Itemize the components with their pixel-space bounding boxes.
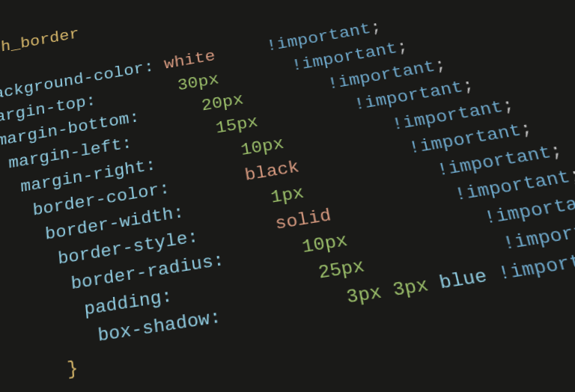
value: 1px: [270, 183, 305, 208]
value: 25px: [317, 257, 366, 284]
value: 15px: [215, 113, 260, 138]
value: 20px: [201, 91, 245, 115]
value: 30px: [177, 71, 220, 96]
value: 10px: [240, 134, 285, 159]
value-extra: blue: [437, 266, 489, 295]
value: 10px: [301, 230, 350, 257]
code-screenshot: .with_border { background-color: white !…: [0, 0, 575, 392]
value: solid: [274, 206, 333, 234]
css-code-block: .with_border { background-color: white !…: [0, 0, 575, 392]
